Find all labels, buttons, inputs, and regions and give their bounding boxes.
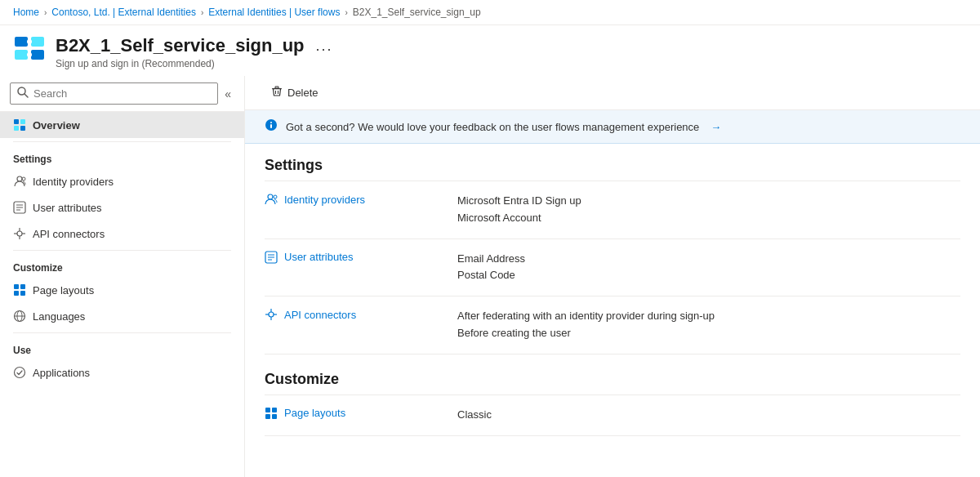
sidebar-item-identity-providers[interactable]: Identity providers	[0, 168, 244, 194]
user-attributes-row-label: User attributes	[265, 251, 444, 264]
page-layouts-value: Classic	[444, 407, 960, 424]
api-connectors-label: API connectors	[33, 228, 105, 240]
identity-providers-row: Identity providers Microsoft Entra ID Si…	[265, 181, 960, 239]
user-attributes-label: User attributes	[33, 202, 102, 214]
breadcrumb-userflows[interactable]: External Identities | User flows	[208, 7, 340, 18]
svg-rect-11	[20, 126, 25, 131]
sidebar: « Overview Settings	[0, 76, 245, 477]
svg-rect-23	[14, 284, 19, 289]
svg-rect-0	[15, 37, 28, 47]
user-attributes-row-icon	[265, 251, 278, 264]
svg-rect-51	[272, 414, 277, 419]
breadcrumb-contoso[interactable]: Contoso, Ltd. | External Identities	[51, 7, 196, 18]
api-connectors-val-2: Before creating the user	[457, 325, 960, 342]
delete-button[interactable]: Delete	[265, 82, 325, 103]
page-layouts-label: Page layouts	[33, 284, 94, 296]
page-layouts-icon	[13, 283, 26, 296]
user-attributes-link[interactable]: User attributes	[284, 251, 354, 263]
settings-divider	[13, 141, 231, 142]
settings-section-title: Settings	[265, 157, 960, 174]
svg-point-5	[27, 52, 32, 57]
breadcrumb-sep-3: ›	[345, 8, 347, 17]
identity-providers-val-2: Microsoft Account	[457, 210, 960, 227]
identity-providers-val-1: Microsoft Entra ID Sign up	[457, 193, 960, 210]
info-banner: Got a second? We would love your feedbac…	[245, 110, 980, 144]
identity-providers-label: Identity providers	[33, 176, 114, 188]
user-attributes-row: User attributes Email Address Postal Cod…	[265, 239, 960, 297]
sidebar-item-page-layouts[interactable]: Page layouts	[0, 277, 244, 303]
breadcrumb-current: B2X_1_Self_service_sign_up	[353, 7, 481, 18]
svg-rect-36	[270, 124, 272, 128]
sidebar-item-applications[interactable]: Applications	[0, 359, 244, 386]
svg-rect-9	[20, 119, 25, 124]
svg-point-18	[17, 231, 22, 236]
api-connectors-val-1: After federating with an identity provid…	[457, 308, 960, 325]
search-icon	[17, 87, 29, 100]
info-banner-arrow[interactable]: →	[710, 121, 721, 133]
collapse-sidebar-button[interactable]: «	[221, 84, 234, 104]
breadcrumb-home[interactable]: Home	[13, 7, 39, 18]
page-layouts-row-label: Page layouts	[265, 407, 444, 420]
svg-point-43	[269, 312, 274, 317]
api-connectors-icon	[13, 227, 26, 240]
breadcrumb-sep-1: ›	[44, 8, 47, 17]
api-connectors-row-label: API connectors	[265, 308, 444, 321]
svg-rect-3	[31, 50, 44, 60]
page-title: B2X_1_Self_service_sign_up ...	[56, 35, 338, 56]
sidebar-item-overview[interactable]: Overview	[0, 112, 244, 138]
page-header: B2X_1_Self_service_sign_up ... Sign up a…	[0, 25, 980, 76]
svg-rect-10	[14, 126, 19, 131]
applications-label: Applications	[33, 367, 90, 379]
languages-icon	[13, 310, 26, 323]
user-attributes-value: Email Address Postal Code	[444, 251, 960, 285]
info-banner-message: Got a second? We would love your feedbac…	[286, 121, 699, 133]
user-attributes-val-2: Postal Code	[457, 267, 960, 284]
overview-icon	[13, 118, 26, 132]
svg-rect-48	[265, 408, 270, 412]
svg-rect-8	[14, 119, 19, 124]
customize-section-label: Customize	[0, 254, 244, 277]
identity-providers-link[interactable]: Identity providers	[284, 194, 365, 206]
svg-rect-26	[20, 291, 25, 296]
svg-point-13	[22, 177, 25, 181]
svg-rect-1	[31, 37, 44, 47]
sidebar-item-languages[interactable]: Languages	[0, 303, 244, 329]
identity-providers-row-icon	[265, 193, 278, 206]
ellipsis-button[interactable]: ...	[311, 36, 338, 56]
search-input[interactable]	[33, 87, 211, 100]
page-layouts-link[interactable]: Page layouts	[284, 407, 345, 419]
svg-rect-50	[265, 414, 270, 419]
page-subtitle: Sign up and sign in (Recommended)	[56, 58, 338, 69]
settings-section-label: Settings	[0, 145, 244, 168]
toolbar: Delete	[245, 76, 980, 110]
info-icon	[265, 118, 278, 135]
svg-point-12	[17, 176, 22, 181]
svg-point-38	[274, 195, 277, 198]
customize-section-title: Customize	[265, 371, 960, 388]
identity-providers-row-label: Identity providers	[265, 193, 444, 206]
delete-label: Delete	[287, 87, 318, 99]
languages-label: Languages	[33, 310, 85, 323]
breadcrumb: Home › Contoso, Ltd. | External Identiti…	[0, 0, 980, 25]
overview-label: Overview	[33, 119, 80, 132]
breadcrumb-sep-2: ›	[201, 8, 203, 17]
main-content: Delete Got a second? We would love your …	[245, 76, 980, 477]
customize-section: Customize Page layouts	[245, 354, 980, 436]
svg-point-30	[15, 368, 25, 378]
page-header-text: B2X_1_Self_service_sign_up ... Sign up a…	[56, 35, 338, 69]
use-divider	[13, 332, 231, 333]
svg-line-7	[24, 94, 28, 97]
api-connectors-link[interactable]: API connectors	[284, 309, 356, 321]
user-attributes-icon	[13, 201, 26, 214]
api-connectors-row: API connectors After federating with an …	[265, 296, 960, 354]
sidebar-item-user-attributes[interactable]: User attributes	[0, 194, 244, 221]
api-connectors-row-icon	[265, 308, 278, 321]
sidebar-item-api-connectors[interactable]: API connectors	[0, 221, 244, 247]
page-header-icon	[13, 35, 46, 68]
search-box-container	[10, 82, 218, 105]
user-attributes-val-1: Email Address	[457, 251, 960, 268]
identity-providers-value: Microsoft Entra ID Sign up Microsoft Acc…	[444, 193, 960, 227]
search-row: «	[0, 76, 244, 112]
svg-rect-25	[14, 291, 19, 296]
trash-icon	[271, 86, 283, 100]
